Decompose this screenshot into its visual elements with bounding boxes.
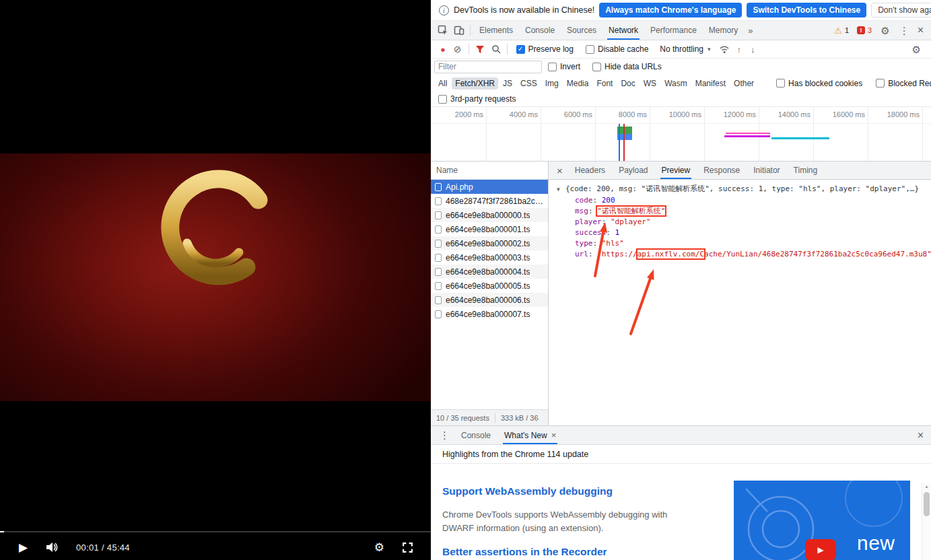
play-button[interactable]: ▶ [19, 542, 28, 553]
tab-elements[interactable]: Elements [473, 21, 519, 40]
close-details-icon[interactable]: × [551, 165, 568, 176]
json-property: type"hls" [557, 238, 928, 249]
invert-checkbox[interactable]: Invert [548, 62, 580, 71]
request-name: Api.php [446, 182, 473, 192]
tab-sources[interactable]: Sources [561, 21, 602, 40]
tab-payload[interactable]: Payload [612, 162, 654, 179]
type-filter-all[interactable]: All [435, 77, 450, 90]
table-row[interactable]: 468e28747f3f72861ba2c5… [431, 194, 548, 208]
type-filter-other[interactable]: Other [730, 77, 757, 90]
checkbox-label: Has blocked cookies [788, 79, 862, 88]
tab-performance[interactable]: Performance [644, 21, 703, 40]
network-conditions-icon[interactable] [716, 40, 732, 58]
fullscreen-icon[interactable] [402, 542, 413, 553]
third-party-checkbox[interactable]: 3rd-party requests [438, 94, 516, 104]
tab-response[interactable]: Response [697, 162, 747, 179]
table-row[interactable]: e664ce9e8ba000001.ts [431, 222, 548, 236]
inspect-icon[interactable] [435, 21, 451, 40]
filter-input[interactable] [434, 61, 542, 73]
drawer-menu-icon[interactable]: ⋮ [435, 430, 454, 440]
volume-icon[interactable] [45, 542, 59, 553]
checkbox-box [592, 63, 601, 71]
table-row[interactable]: e664ce9e8ba000005.ts [431, 279, 548, 293]
clear-icon[interactable]: ⊘ [450, 44, 466, 54]
type-filter-ws[interactable]: WS [640, 77, 660, 90]
time-tick: 6000 ms [551, 110, 592, 118]
tab-preview[interactable]: Preview [655, 162, 697, 179]
drawer-tab-whats-new[interactable]: What's New × [497, 426, 563, 444]
type-filter-doc[interactable]: Doc [617, 77, 638, 90]
file-icon [435, 296, 442, 304]
type-filter-media[interactable]: Media [563, 77, 592, 90]
tab-console[interactable]: Console [519, 21, 561, 40]
throttling-select[interactable]: No throttling ▾ [660, 44, 710, 54]
whats-new-content: Support WebAssembly debugging Chrome Dev… [431, 464, 931, 560]
video-controls: ▶ 00:01 / 45:44 ⚙ [0, 528, 431, 560]
gridline [486, 107, 487, 161]
close-drawer-icon[interactable]: × [914, 430, 927, 441]
kebab-menu-icon[interactable]: ⋮ [895, 26, 914, 36]
settings-gear-icon[interactable]: ⚙ [876, 26, 894, 36]
disable-cache-checkbox[interactable]: Disable cache [586, 44, 648, 54]
json-preview: ▼{code: 200, msg: "诺讯智能解析系统", success: 1… [549, 180, 931, 425]
close-tab-icon[interactable]: × [551, 431, 557, 440]
timeline-overview[interactable]: 2000 ms 4000 ms 6000 ms 8000 ms 10000 ms… [431, 107, 931, 162]
drawer-tab-console[interactable]: Console [454, 426, 497, 444]
record-icon[interactable]: ● [436, 45, 450, 54]
tab-network[interactable]: Network [602, 21, 644, 40]
preserve-log-checkbox[interactable]: ✓ Preserve log [516, 44, 574, 54]
switch-language-button[interactable]: Switch DevTools to Chinese [747, 3, 866, 18]
youtube-play-icon[interactable]: ▶ [805, 539, 836, 560]
tab-initiator[interactable]: Initiator [747, 162, 786, 179]
file-icon [435, 268, 442, 276]
video-frame[interactable] [0, 153, 431, 401]
table-row[interactable]: e664ce9e8ba000007.ts [431, 307, 548, 321]
scroll-up-icon[interactable]: ▲ [922, 484, 931, 489]
table-row[interactable]: Api.php [431, 180, 548, 194]
checkbox-box [438, 95, 447, 104]
scrollbar[interactable]: ▲ [922, 483, 931, 560]
match-language-button[interactable]: Always match Chrome's language [599, 3, 742, 18]
type-filter-css[interactable]: CSS [517, 77, 541, 90]
table-row[interactable]: e664ce9e8ba000003.ts [431, 250, 548, 265]
scrollbar-thumb[interactable] [924, 492, 930, 516]
json-key: msg [575, 207, 597, 215]
has-blocked-cookies-checkbox[interactable]: Has blocked cookies [776, 79, 862, 88]
name-column-header[interactable]: Name [431, 162, 548, 180]
table-row[interactable]: e664ce9e8ba000002.ts [431, 236, 548, 250]
table-row[interactable]: e664ce9e8ba000000.ts [431, 208, 548, 222]
time-tick: 18000 ms [878, 110, 920, 118]
whats-new-video-thumbnail[interactable]: ▶ new [734, 481, 910, 560]
seekbar[interactable] [0, 531, 431, 532]
tab-headers[interactable]: Headers [568, 162, 612, 179]
video-player[interactable]: ▶ 00:01 / 45:44 ⚙ [0, 0, 431, 560]
type-filter-font[interactable]: Font [593, 77, 616, 90]
type-filter-js[interactable]: JS [499, 77, 516, 90]
whats-new-heading-link[interactable]: Better assertions in the Recorder [442, 546, 607, 558]
issues-badge[interactable]: ! 3 [853, 26, 876, 34]
table-row[interactable]: e664ce9e8ba000006.ts [431, 293, 548, 307]
network-settings-gear-icon[interactable]: ⚙ [907, 44, 926, 55]
tab-memory[interactable]: Memory [703, 21, 744, 40]
tab-timing[interactable]: Timing [787, 162, 825, 179]
hide-data-urls-checkbox[interactable]: Hide data URLs [592, 62, 662, 71]
import-har-icon[interactable]: ↑ [732, 44, 747, 55]
video-settings-icon[interactable]: ⚙ [374, 540, 384, 555]
close-devtools-icon[interactable]: × [914, 25, 927, 36]
more-tabs-icon[interactable]: » [744, 26, 757, 36]
export-har-icon[interactable]: ↓ [746, 44, 760, 55]
table-row[interactable]: e664ce9e8ba000004.ts [431, 265, 548, 279]
type-filter-manifest[interactable]: Manifest [692, 77, 729, 90]
blocked-requests-checkbox[interactable]: Blocked Requests [876, 79, 931, 88]
warning-badge[interactable]: ⚠ 1 [830, 26, 853, 35]
whats-new-heading-link[interactable]: Support WebAssembly debugging [442, 485, 613, 497]
type-filter-img[interactable]: Img [542, 77, 562, 90]
type-filter-wasm[interactable]: Wasm [661, 77, 691, 90]
json-root-expander[interactable]: ▼{code: 200, msg: "诺讯智能解析系统", success: 1… [557, 184, 928, 195]
search-icon[interactable] [488, 40, 504, 58]
type-filter-fetch-xhr[interactable]: Fetch/XHR [452, 77, 498, 90]
filter-funnel-icon[interactable] [472, 40, 488, 58]
dismiss-button[interactable]: Don't show again [871, 3, 931, 18]
json-key: success [575, 228, 615, 237]
device-toolbar-icon[interactable] [451, 21, 467, 40]
